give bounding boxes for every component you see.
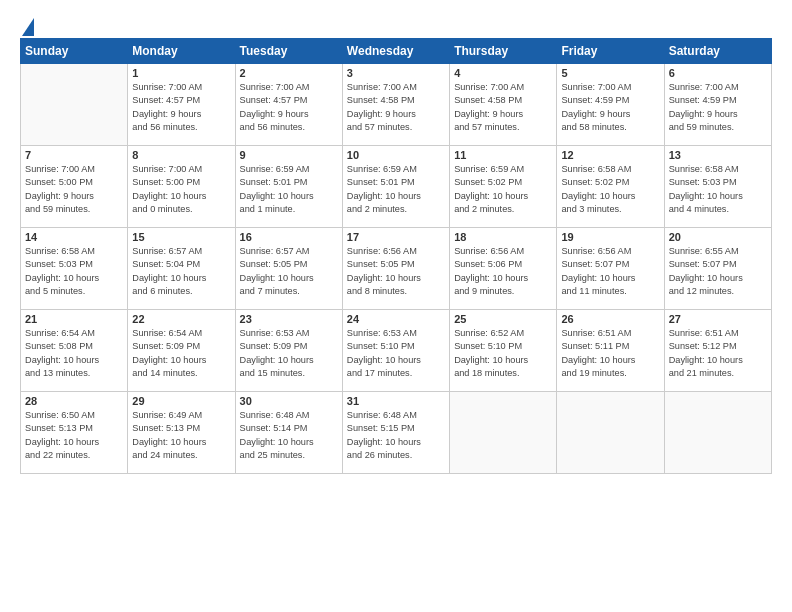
day-number: 5: [561, 67, 659, 79]
table-row: 5Sunrise: 7:00 AMSunset: 4:59 PMDaylight…: [557, 64, 664, 146]
table-row: 29Sunrise: 6:49 AMSunset: 5:13 PMDayligh…: [128, 392, 235, 474]
day-info: Sunrise: 6:53 AMSunset: 5:09 PMDaylight:…: [240, 327, 338, 380]
calendar-week-row: 28Sunrise: 6:50 AMSunset: 5:13 PMDayligh…: [21, 392, 772, 474]
day-info: Sunrise: 6:48 AMSunset: 5:14 PMDaylight:…: [240, 409, 338, 462]
table-row: 20Sunrise: 6:55 AMSunset: 5:07 PMDayligh…: [664, 228, 771, 310]
day-info: Sunrise: 6:58 AMSunset: 5:03 PMDaylight:…: [669, 163, 767, 216]
day-number: 20: [669, 231, 767, 243]
day-number: 11: [454, 149, 552, 161]
day-number: 26: [561, 313, 659, 325]
logo-triangle-icon: [22, 18, 34, 36]
calendar-week-row: 1Sunrise: 7:00 AMSunset: 4:57 PMDaylight…: [21, 64, 772, 146]
day-number: 8: [132, 149, 230, 161]
calendar-table: Sunday Monday Tuesday Wednesday Thursday…: [20, 38, 772, 474]
day-number: 4: [454, 67, 552, 79]
day-info: Sunrise: 6:56 AMSunset: 5:06 PMDaylight:…: [454, 245, 552, 298]
table-row: [664, 392, 771, 474]
table-row: 17Sunrise: 6:56 AMSunset: 5:05 PMDayligh…: [342, 228, 449, 310]
table-row: 7Sunrise: 7:00 AMSunset: 5:00 PMDaylight…: [21, 146, 128, 228]
day-info: Sunrise: 7:00 AMSunset: 5:00 PMDaylight:…: [132, 163, 230, 216]
day-info: Sunrise: 7:00 AMSunset: 4:59 PMDaylight:…: [561, 81, 659, 134]
col-wednesday: Wednesday: [342, 39, 449, 64]
table-row: 13Sunrise: 6:58 AMSunset: 5:03 PMDayligh…: [664, 146, 771, 228]
day-info: Sunrise: 6:59 AMSunset: 5:01 PMDaylight:…: [240, 163, 338, 216]
table-row: [450, 392, 557, 474]
day-info: Sunrise: 6:56 AMSunset: 5:05 PMDaylight:…: [347, 245, 445, 298]
day-info: Sunrise: 6:59 AMSunset: 5:01 PMDaylight:…: [347, 163, 445, 216]
col-thursday: Thursday: [450, 39, 557, 64]
day-number: 2: [240, 67, 338, 79]
day-number: 23: [240, 313, 338, 325]
day-number: 27: [669, 313, 767, 325]
day-number: 17: [347, 231, 445, 243]
day-number: 18: [454, 231, 552, 243]
day-info: Sunrise: 6:58 AMSunset: 5:03 PMDaylight:…: [25, 245, 123, 298]
day-info: Sunrise: 6:59 AMSunset: 5:02 PMDaylight:…: [454, 163, 552, 216]
day-info: Sunrise: 6:54 AMSunset: 5:09 PMDaylight:…: [132, 327, 230, 380]
calendar-week-row: 21Sunrise: 6:54 AMSunset: 5:08 PMDayligh…: [21, 310, 772, 392]
day-info: Sunrise: 6:56 AMSunset: 5:07 PMDaylight:…: [561, 245, 659, 298]
table-row: 14Sunrise: 6:58 AMSunset: 5:03 PMDayligh…: [21, 228, 128, 310]
table-row: 19Sunrise: 6:56 AMSunset: 5:07 PMDayligh…: [557, 228, 664, 310]
table-row: 23Sunrise: 6:53 AMSunset: 5:09 PMDayligh…: [235, 310, 342, 392]
day-number: 16: [240, 231, 338, 243]
logo: [20, 18, 34, 32]
table-row: 22Sunrise: 6:54 AMSunset: 5:09 PMDayligh…: [128, 310, 235, 392]
col-sunday: Sunday: [21, 39, 128, 64]
day-number: 24: [347, 313, 445, 325]
day-info: Sunrise: 7:00 AMSunset: 4:59 PMDaylight:…: [669, 81, 767, 134]
day-number: 15: [132, 231, 230, 243]
day-number: 30: [240, 395, 338, 407]
calendar-week-row: 7Sunrise: 7:00 AMSunset: 5:00 PMDaylight…: [21, 146, 772, 228]
day-number: 14: [25, 231, 123, 243]
col-saturday: Saturday: [664, 39, 771, 64]
table-row: 12Sunrise: 6:58 AMSunset: 5:02 PMDayligh…: [557, 146, 664, 228]
table-row: 15Sunrise: 6:57 AMSunset: 5:04 PMDayligh…: [128, 228, 235, 310]
day-info: Sunrise: 6:54 AMSunset: 5:08 PMDaylight:…: [25, 327, 123, 380]
day-number: 22: [132, 313, 230, 325]
day-info: Sunrise: 7:00 AMSunset: 5:00 PMDaylight:…: [25, 163, 123, 216]
day-number: 31: [347, 395, 445, 407]
day-info: Sunrise: 7:00 AMSunset: 4:57 PMDaylight:…: [132, 81, 230, 134]
day-info: Sunrise: 6:51 AMSunset: 5:11 PMDaylight:…: [561, 327, 659, 380]
day-number: 29: [132, 395, 230, 407]
day-number: 6: [669, 67, 767, 79]
day-number: 21: [25, 313, 123, 325]
table-row: 30Sunrise: 6:48 AMSunset: 5:14 PMDayligh…: [235, 392, 342, 474]
day-number: 19: [561, 231, 659, 243]
day-number: 9: [240, 149, 338, 161]
day-info: Sunrise: 6:57 AMSunset: 5:04 PMDaylight:…: [132, 245, 230, 298]
table-row: 21Sunrise: 6:54 AMSunset: 5:08 PMDayligh…: [21, 310, 128, 392]
day-number: 28: [25, 395, 123, 407]
day-number: 3: [347, 67, 445, 79]
header: [20, 18, 772, 32]
day-number: 10: [347, 149, 445, 161]
day-number: 13: [669, 149, 767, 161]
day-number: 7: [25, 149, 123, 161]
col-friday: Friday: [557, 39, 664, 64]
table-row: 6Sunrise: 7:00 AMSunset: 4:59 PMDaylight…: [664, 64, 771, 146]
table-row: 1Sunrise: 7:00 AMSunset: 4:57 PMDaylight…: [128, 64, 235, 146]
table-row: 27Sunrise: 6:51 AMSunset: 5:12 PMDayligh…: [664, 310, 771, 392]
table-row: 16Sunrise: 6:57 AMSunset: 5:05 PMDayligh…: [235, 228, 342, 310]
table-row: 9Sunrise: 6:59 AMSunset: 5:01 PMDaylight…: [235, 146, 342, 228]
table-row: 25Sunrise: 6:52 AMSunset: 5:10 PMDayligh…: [450, 310, 557, 392]
col-monday: Monday: [128, 39, 235, 64]
day-info: Sunrise: 6:57 AMSunset: 5:05 PMDaylight:…: [240, 245, 338, 298]
table-row: [21, 64, 128, 146]
table-row: 31Sunrise: 6:48 AMSunset: 5:15 PMDayligh…: [342, 392, 449, 474]
day-info: Sunrise: 7:00 AMSunset: 4:58 PMDaylight:…: [454, 81, 552, 134]
day-info: Sunrise: 6:50 AMSunset: 5:13 PMDaylight:…: [25, 409, 123, 462]
table-row: 3Sunrise: 7:00 AMSunset: 4:58 PMDaylight…: [342, 64, 449, 146]
day-info: Sunrise: 6:52 AMSunset: 5:10 PMDaylight:…: [454, 327, 552, 380]
calendar-header-row: Sunday Monday Tuesday Wednesday Thursday…: [21, 39, 772, 64]
day-info: Sunrise: 6:48 AMSunset: 5:15 PMDaylight:…: [347, 409, 445, 462]
table-row: 10Sunrise: 6:59 AMSunset: 5:01 PMDayligh…: [342, 146, 449, 228]
table-row: 26Sunrise: 6:51 AMSunset: 5:11 PMDayligh…: [557, 310, 664, 392]
day-number: 1: [132, 67, 230, 79]
calendar-week-row: 14Sunrise: 6:58 AMSunset: 5:03 PMDayligh…: [21, 228, 772, 310]
day-info: Sunrise: 6:51 AMSunset: 5:12 PMDaylight:…: [669, 327, 767, 380]
day-info: Sunrise: 6:53 AMSunset: 5:10 PMDaylight:…: [347, 327, 445, 380]
calendar-page: Sunday Monday Tuesday Wednesday Thursday…: [0, 0, 792, 612]
day-info: Sunrise: 7:00 AMSunset: 4:57 PMDaylight:…: [240, 81, 338, 134]
